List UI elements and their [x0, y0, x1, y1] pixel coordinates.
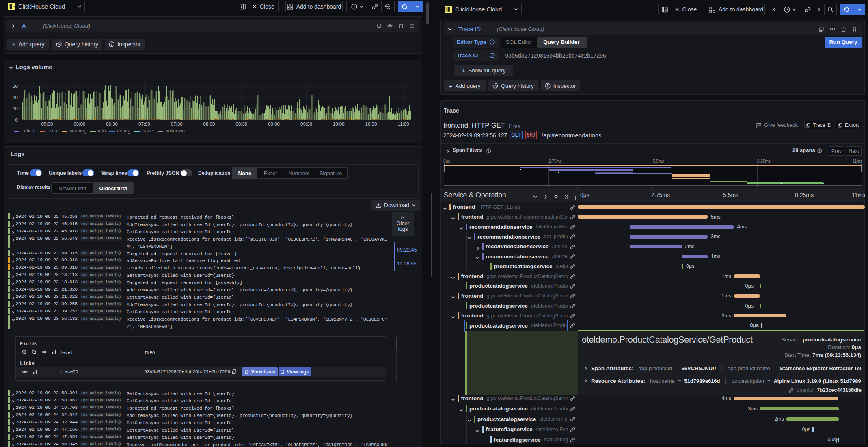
svg-text:06:30: 06:30: [106, 122, 118, 126]
svg-text:10: 10: [13, 106, 18, 111]
svg-text:05:30: 05:30: [41, 122, 53, 126]
svg-text:08:30: 08:30: [235, 122, 247, 126]
svg-text:0: 0: [15, 117, 18, 122]
svg-text:09:00: 09:00: [268, 122, 280, 126]
svg-text:07:30: 07:30: [171, 122, 183, 126]
svg-text:07:00: 07:00: [138, 122, 150, 126]
svg-text:10:30: 10:30: [365, 122, 377, 126]
svg-text:20: 20: [13, 95, 18, 100]
svg-text:09:30: 09:30: [300, 122, 312, 126]
svg-text:11:00: 11:00: [398, 122, 409, 126]
svg-text:30: 30: [13, 84, 18, 89]
svg-text:06:00: 06:00: [73, 122, 85, 126]
svg-text:08:00: 08:00: [203, 122, 215, 126]
svg-text:10:00: 10:00: [333, 122, 345, 126]
